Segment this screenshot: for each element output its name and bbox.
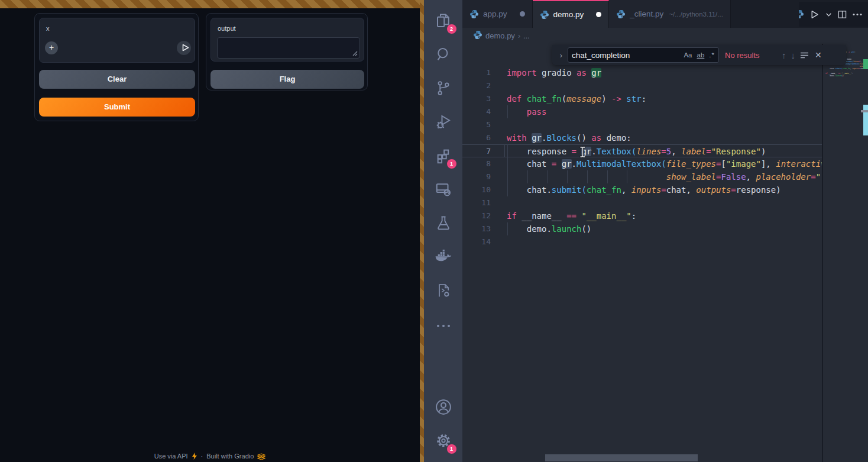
activity-item-source-control[interactable]: [429, 72, 458, 106]
close-find-button[interactable]: ✕: [815, 50, 822, 60]
line-number: 14: [462, 235, 491, 248]
activity-item-run-debug[interactable]: [429, 106, 458, 140]
activity-item-extensions[interactable]: 1: [429, 140, 458, 173]
line-number: 7: [462, 145, 491, 158]
code-line-4[interactable]: 4 pass: [462, 105, 822, 118]
tab-demo.py[interactable]: demo.py: [533, 0, 610, 28]
clear-button[interactable]: Clear: [39, 70, 195, 89]
editor-area: app.pydemo.py_client.py~/.../python3.11/…: [462, 0, 868, 462]
find-query-text: chat_completion: [572, 51, 679, 60]
screenshare-border-vertical: [420, 0, 424, 462]
code-line-10[interactable]: 10 chat.submit(chat_fn, inputs=chat, out…: [462, 183, 822, 196]
docker-icon: [434, 247, 453, 269]
use-via-api-link[interactable]: Use via API: [154, 453, 188, 460]
input-label: x: [46, 25, 50, 32]
line-number: 11: [462, 196, 491, 209]
run-dropdown-button[interactable]: [825, 11, 832, 18]
run-python-file-button[interactable]: [809, 9, 820, 20]
activity-item-testing[interactable]: [429, 207, 458, 241]
resize-grip-icon[interactable]: [352, 51, 358, 56]
tab-app.py[interactable]: app.py: [462, 0, 533, 28]
activity-item-settings[interactable]: 1: [429, 425, 458, 458]
minimap[interactable]: import gradio as grdef chat_fn(message) …: [822, 44, 863, 462]
code-line-8[interactable]: 8 chat = gr.MultimodalTextbox(file_types…: [462, 157, 822, 170]
match-case-toggle[interactable]: Aa: [684, 51, 692, 59]
code-line-2[interactable]: 2: [462, 79, 822, 92]
ellipsis-icon: [436, 320, 451, 331]
screenshare-border-top: [0, 0, 424, 8]
file-gear-icon: [435, 282, 452, 301]
python-icon: [473, 30, 482, 41]
input-column-card: x + Clear Submit: [34, 13, 199, 121]
python-icon: [799, 9, 804, 21]
ellipsis-icon: [853, 13, 862, 16]
next-match-button[interactable]: ↓: [791, 50, 796, 60]
editor-actions: [799, 2, 868, 27]
code-line-11[interactable]: 11: [462, 196, 822, 209]
code-line-1[interactable]: 1import gradio as gr: [462, 66, 822, 79]
split-editor-icon: [838, 10, 847, 19]
screen: x + Clear Submit output Flag Use via API…: [0, 0, 868, 462]
code-editor[interactable]: 1import gradio as gr23def chat_fn(messag…: [462, 44, 822, 462]
ibeam-mouse-cursor: [579, 147, 586, 157]
activity-item-docker[interactable]: [429, 241, 458, 274]
submit-button[interactable]: Submit: [39, 98, 195, 117]
tab-label: demo.py: [553, 10, 584, 19]
git-branch-icon: [435, 80, 452, 99]
find-input[interactable]: chat_completion Aa ab .*: [568, 47, 719, 63]
code-line-7[interactable]: 7 response = gr.Textbox(lines=5, label="…: [462, 144, 822, 157]
line-number: 9: [462, 170, 491, 183]
activity-item-explorer[interactable]: 2: [429, 5, 458, 38]
regex-toggle[interactable]: .*: [709, 51, 715, 59]
line-number: 13: [462, 222, 491, 235]
built-with-gradio-link[interactable]: Built with Gradio: [206, 453, 254, 460]
activity-item-code-tools[interactable]: [429, 274, 458, 308]
line-number: 5: [462, 118, 491, 131]
horizontal-scrollbar[interactable]: [545, 454, 698, 461]
split-editor-button[interactable]: [838, 10, 847, 19]
line-number: 3: [462, 92, 491, 105]
vscode-window: 211 app.pydemo.py_client.py~/.../python3…: [424, 0, 868, 462]
activity-item-search[interactable]: [429, 38, 458, 72]
debug-icon: [435, 113, 452, 133]
activity-item-remote-explorer[interactable]: [429, 173, 458, 207]
code-line-9[interactable]: 9 show_label=False, placeholder=": [462, 170, 822, 183]
chevron-down-icon: [825, 11, 832, 18]
output-textarea[interactable]: [217, 37, 360, 59]
activity-item-accounts[interactable]: [429, 391, 458, 425]
code-line-3[interactable]: 3def chat_fn(message) -> str:: [462, 92, 822, 105]
remote-icon: [435, 180, 452, 201]
find-in-selection-icon: [800, 51, 809, 59]
send-button[interactable]: [177, 41, 191, 55]
ruler-match-mark: [863, 59, 868, 69]
modified-dot-icon[interactable]: [596, 12, 601, 17]
find-in-selection-button[interactable]: [800, 51, 809, 59]
previous-match-button[interactable]: ↑: [782, 50, 786, 60]
footer-separator: ·: [201, 453, 203, 460]
find-status: No results: [725, 51, 777, 60]
more-actions-button[interactable]: [853, 13, 862, 16]
toggle-replace-button[interactable]: ›: [555, 51, 568, 60]
code-line-14[interactable]: 14: [462, 235, 822, 248]
activity-item-more-views[interactable]: [429, 308, 458, 342]
chevron-right-icon: ›: [518, 32, 520, 40]
output-textbox-panel: output: [210, 18, 364, 62]
code-line-13[interactable]: 13 demo.launch(): [462, 222, 822, 235]
tab-_client.py[interactable]: _client.py~/.../python3.11/...: [609, 0, 731, 28]
code-line-5[interactable]: 5: [462, 118, 822, 131]
ruler-selection-mark: [863, 105, 868, 135]
code-line-12[interactable]: 12if __name__ == "__main__":: [462, 209, 822, 222]
whole-word-toggle[interactable]: ab: [697, 51, 705, 59]
breadcrumb-file[interactable]: demo.py: [485, 31, 515, 40]
attach-file-button[interactable]: +: [45, 41, 58, 54]
code-line-6[interactable]: 6with gr.Blocks() as demo:: [462, 131, 822, 144]
badge: 1: [447, 444, 456, 454]
modified-dot-icon[interactable]: [520, 11, 525, 17]
activity-bar: 211: [424, 0, 462, 462]
flag-button[interactable]: Flag: [210, 70, 364, 89]
tab-label: _client.py: [630, 9, 663, 18]
multimodal-textbox-panel[interactable]: x +: [39, 18, 195, 63]
breadcrumb-more[interactable]: ...: [523, 31, 530, 40]
tab-description: ~/.../python3.11/...: [669, 11, 723, 18]
play-icon: [809, 9, 820, 20]
